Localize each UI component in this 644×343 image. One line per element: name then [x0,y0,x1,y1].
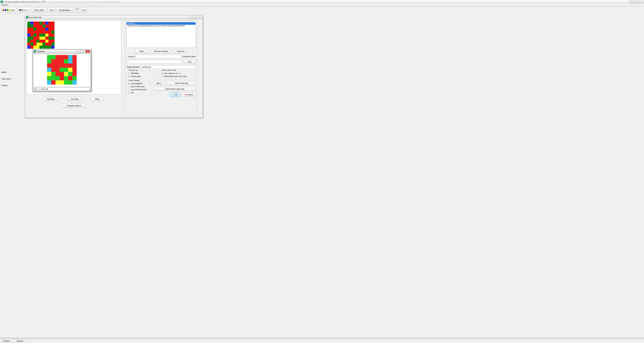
fcm-close-icon[interactable]: ✕ [197,16,202,19]
add-button[interactable]: Add [184,60,196,64]
color-grid [27,21,120,49]
radio-dna-rna[interactable]: DNA/RNA [128,72,156,74]
checking-button[interactable]: Checking ... [44,97,59,101]
minimize-icon[interactable]: — [629,0,634,3]
sequence-name-label: Sequence name [182,55,196,58]
close-icon[interactable]: ✕ [639,0,644,3]
menubar: Archivo [0,3,644,6]
color-swatch-icon [7,9,8,11]
fcm-title: Four color map [29,16,188,18]
resize-grip-icon[interactable] [89,89,90,91]
exit-icon: Exit [83,9,86,11]
window-icon [26,16,28,18]
drawform-canvas [33,54,90,87]
radio-sum-fcpac-free[interactable]: sum-FCPAC free [128,86,149,88]
exit-button[interactable]: Exit [81,8,87,12]
aas-button[interactable]: AAs [48,8,56,12]
rna-dna-button[interactable]: RNA_DNA [32,8,46,12]
toolbar-map-button[interactable]: Map [1,7,16,13]
radio-isa[interactable]: ISA [128,92,149,94]
ponderations-button[interactable]: Ponderations [57,8,73,12]
add-input[interactable] [126,60,182,64]
clear-box-button[interactable]: Clear box [174,49,187,53]
sequence-panel: >protein_1 TMITDSLAVVLQRRDWENPGVTQLNRLAA… [125,20,197,117]
drawform-window: Drawform — ▢ ✕ [32,49,91,91]
color-swatch-icon [21,9,23,11]
cross-icon: ✖ [185,94,186,96]
workspace: Label4 Case name: Cluster # Four color m… [0,14,644,338]
one-step-button[interactable]: One Step [68,97,82,101]
fcm-maximize-icon[interactable]: ▢ [192,16,197,19]
select-weight-label: Select Weight [128,79,140,82]
window-title: Average accessible surface area (Janin e… [4,1,629,3]
radio-three-letters[interactable]: Three letters (Ala, Cys, Phe.. [161,75,194,77]
fcm-canvas: Drawform — ▢ ✕ [26,20,121,94]
fcm-minimize-icon[interactable]: — [188,16,192,19]
import-amino-acids-button[interactable]: Import amino acids Seq [154,87,196,91]
output-filename-label: Output filename [126,66,140,68]
sequence-name-input[interactable] [126,55,181,58]
cancel-button[interactable]: ✖ Cancel [182,93,196,97]
main-titlebar: Average accessible surface area (Janin e… [0,0,644,3]
statusbar: Progress Calculati [0,339,644,343]
ok-button[interactable]: ✔ OK [170,93,180,97]
drawform-maximize-icon[interactable]: ▢ [81,50,85,53]
color-swatch-icon [9,9,10,11]
toolbar: Map Tree ⎯[ RNA_DNA AAs Ponderations COD… [0,6,644,14]
import-dna-button[interactable]: Import DNA Seq [167,81,196,85]
tree-branch-icon: ⎯[ [27,9,30,11]
output-filename-input[interactable] [141,65,196,69]
tab-calculations[interactable]: Calculati [13,339,26,343]
code-button[interactable]: CODE ↓ [74,8,80,12]
more-button[interactable]: More... [154,81,165,85]
menu-archivo[interactable]: Archivo [1,3,9,6]
sequence-text[interactable]: TMITDSLAVVLQRRDWENPGVTQLNRLAAHPPFASWRNSE… [127,25,196,27]
window-icon [34,50,36,53]
check-icon: ✔ [172,94,174,96]
drawform-close-icon[interactable]: ✕ [86,50,90,53]
toolbar-tree-label: Tree [24,9,27,11]
radio-sum-amber95[interactable]: sum-Amber95 [128,83,149,85]
color-swatch-icon [5,9,6,11]
radio-amino-acids[interactable]: Amino acids [128,75,156,77]
color-swatch-icon [19,9,21,11]
drawform-status: [111 , 1 color 215 [33,88,90,91]
toolbar-tree-button[interactable]: Tree ⎯[ [18,7,31,13]
app-icon [0,0,3,3]
process-as-label: Process as: [128,69,139,71]
draw-button[interactable]: Draw [90,97,104,101]
casename-label: Case name: [1,78,11,80]
download-arrow-icon: ↓ [77,10,78,12]
cluster-label: Cluster # [1,84,11,86]
radio-sum-fcpac-buried[interactable]: sum-FCPAC buried [128,89,149,91]
radio-one-letter[interactable]: One Letter (A, C, F...) [161,72,194,74]
amino-acids-code-label: Amino acids code [161,69,176,71]
remove-selected-button[interactable]: Remove selected [151,49,171,53]
tab-progress[interactable]: Progress [0,339,13,343]
status-gutter [0,338,644,339]
save-button[interactable]: Save [135,49,148,53]
chequear-dname-button[interactable]: Chequear DName [62,104,86,108]
four-color-map-window: Four color map — ▢ ✕ [25,15,203,118]
toolbar-map-label: Map [11,9,15,11]
label4-text: Label4 [1,71,11,73]
drawform-minimize-icon[interactable]: — [76,50,80,53]
color-swatch-icon [2,9,4,11]
maximize-icon[interactable]: ▢ [634,0,638,3]
drawform-title: Drawform [37,50,76,52]
sequence-selected-item[interactable]: >protein_1 [127,22,196,25]
sequence-listbox[interactable]: >protein_1 TMITDSLAVVLQRRDWENPGVTQLNRLAA… [126,22,196,48]
code-icon: CODE [76,8,79,10]
